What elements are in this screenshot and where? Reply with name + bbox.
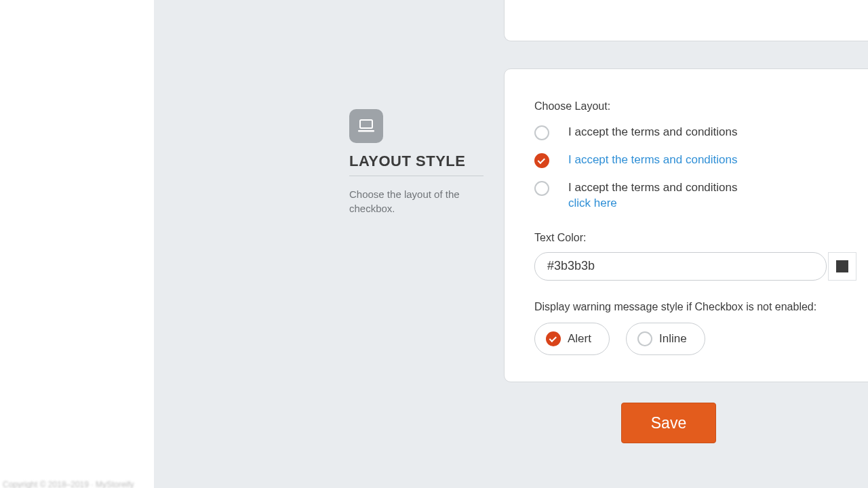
choose-layout-label: Choose Layout: — [534, 100, 856, 113]
laptop-icon — [349, 109, 383, 143]
previous-card-placeholder — [504, 0, 868, 41]
warning-style-label: Display warning message style if Checkbo… — [534, 301, 856, 313]
content-area: LAYOUT STYLE Choose the layout of the ch… — [154, 0, 868, 488]
section-description: Choose the layout of the checkbox. — [349, 187, 484, 216]
warning-option-inline[interactable]: Inline — [626, 323, 705, 355]
warning-option-alert[interactable]: Alert — [534, 323, 610, 355]
radio-icon — [637, 331, 652, 346]
section-heading-block: LAYOUT STYLE Choose the layout of the ch… — [349, 109, 484, 216]
text-color-row — [534, 252, 856, 281]
option-label: I accept the terms and conditions click … — [568, 180, 737, 211]
layout-options: I accept the terms and conditions I acce… — [534, 125, 856, 211]
footer-text: Copyright © 2018–2019 · MyStoreify — [0, 480, 134, 488]
pill-label: Inline — [659, 332, 687, 346]
radio-icon — [546, 331, 561, 346]
svg-rect-0 — [360, 120, 372, 128]
color-swatch — [836, 260, 848, 272]
layout-option-2[interactable]: I accept the terms and conditions — [534, 152, 856, 168]
radio-icon — [534, 153, 549, 168]
layout-option-1[interactable]: I accept the terms and conditions — [534, 125, 856, 140]
layout-option-3[interactable]: I accept the terms and conditions click … — [534, 180, 856, 211]
page-root: LAYOUT STYLE Choose the layout of the ch… — [0, 0, 868, 488]
option-sublink: click here — [568, 197, 617, 209]
pill-label: Alert — [568, 332, 591, 346]
layout-style-card: Choose Layout: I accept the terms and co… — [504, 68, 868, 382]
option-label: I accept the terms and conditions — [568, 152, 737, 168]
save-button[interactable]: Save — [621, 403, 716, 443]
svg-rect-1 — [358, 130, 374, 132]
text-color-label: Text Color: — [534, 232, 856, 244]
warning-style-options: Alert Inline — [534, 323, 856, 355]
radio-icon — [534, 181, 549, 196]
option-label: I accept the terms and conditions — [568, 125, 737, 140]
section-title: LAYOUT STYLE — [349, 152, 484, 170]
divider — [349, 176, 484, 176]
option-text: I accept the terms and conditions — [568, 181, 737, 194]
radio-icon — [534, 125, 549, 140]
color-picker-button[interactable] — [828, 252, 856, 281]
text-color-input[interactable] — [534, 252, 827, 281]
